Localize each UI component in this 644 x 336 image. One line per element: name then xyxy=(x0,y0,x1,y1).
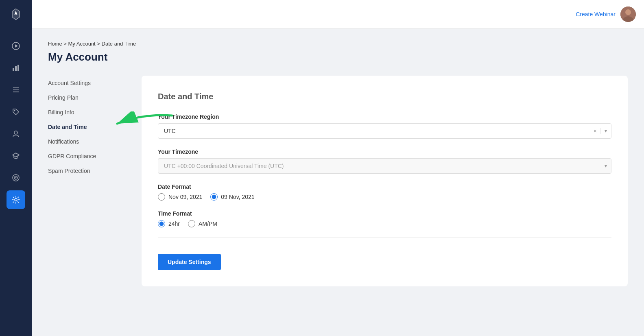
create-webinar-link[interactable]: Create Webinar xyxy=(576,11,616,17)
svg-point-1 xyxy=(625,9,631,15)
sidebar-item-list[interactable] xyxy=(7,81,25,99)
timezone-arrow-icon[interactable]: ▾ xyxy=(600,163,611,169)
time-format-option-2[interactable]: AM/PM xyxy=(188,220,217,227)
left-nav-item-notifications[interactable]: Notifications xyxy=(48,134,129,149)
breadcrumb-home[interactable]: Home xyxy=(48,41,62,47)
header-left xyxy=(0,0,32,28)
timezone-label: Your Timezone xyxy=(158,148,611,155)
date-format-option-1[interactable]: Nov 09, 2021 xyxy=(158,193,202,201)
header-right: Create Webinar xyxy=(576,7,636,22)
svg-point-11 xyxy=(14,110,15,111)
left-nav-item-billing-info[interactable]: Billing Info xyxy=(48,105,129,120)
time-format-radio-2[interactable] xyxy=(188,220,195,227)
svg-marker-4 xyxy=(15,44,18,48)
section-title: Date and Time xyxy=(158,92,611,101)
timezone-group: Your Timezone UTC +00:00 Coordinated Uni… xyxy=(158,148,611,174)
breadcrumb-sep1: > xyxy=(63,41,68,47)
timezone-region-value: UTC xyxy=(158,124,590,138)
date-format-label-1: Nov 09, 2021 xyxy=(168,194,202,200)
logo-icon xyxy=(9,7,23,22)
date-format-label-2: 09 Nov, 2021 xyxy=(221,194,254,200)
time-format-group: Time Format 24hr AM/PM xyxy=(158,210,611,227)
timezone-region-select[interactable]: UTC × ▾ xyxy=(158,123,611,139)
left-nav-item-spam[interactable]: Spam Protection xyxy=(48,164,129,178)
page-title: My Account xyxy=(48,51,628,63)
svg-rect-6 xyxy=(15,66,17,71)
svg-point-16 xyxy=(15,177,17,179)
timezone-region-group: Your Timezone Region UTC × ▾ xyxy=(158,113,611,139)
sidebar-item-user[interactable] xyxy=(7,124,25,143)
page-content: Home > My Account > Date and Time My Acc… xyxy=(32,28,644,336)
left-nav-item-gdpr[interactable]: GDPR Compliance xyxy=(48,149,129,164)
timezone-region-label: Your Timezone Region xyxy=(158,113,611,120)
sidebar xyxy=(0,28,32,336)
sidebar-item-play[interactable] xyxy=(7,37,25,55)
content-wrapper: Account Settings Pricing Plan Billing In… xyxy=(48,76,628,286)
form-area: Date and Time Your Timezone Region UTC ×… xyxy=(142,76,628,286)
logo-area xyxy=(0,0,32,28)
time-format-label: Time Format xyxy=(158,210,611,217)
time-format-option-1[interactable]: 24hr xyxy=(158,220,180,227)
date-format-option-2[interactable]: 09 Nov, 2021 xyxy=(210,193,254,201)
left-nav-item-pricing-plan[interactable]: Pricing Plan xyxy=(48,90,129,105)
timezone-region-clear-icon[interactable]: × xyxy=(590,128,600,134)
breadcrumb-sep2: > xyxy=(97,41,101,47)
left-nav-item-account-settings[interactable]: Account Settings xyxy=(48,76,129,90)
sidebar-item-chart[interactable] xyxy=(7,59,25,77)
svg-point-12 xyxy=(14,131,17,134)
timezone-region-arrow-icon[interactable]: ▾ xyxy=(600,128,611,134)
left-nav-item-date-and-time[interactable]: Date and Time xyxy=(48,120,129,134)
user-avatar[interactable] xyxy=(620,7,636,22)
time-format-radio-1[interactable] xyxy=(158,220,165,227)
update-settings-button[interactable]: Update Settings xyxy=(158,254,221,270)
date-format-radio-2[interactable] xyxy=(210,193,218,201)
svg-rect-7 xyxy=(17,65,19,71)
sidebar-item-tag[interactable] xyxy=(7,103,25,121)
left-nav: Account Settings Pricing Plan Billing In… xyxy=(48,76,129,286)
top-header: Create Webinar xyxy=(0,0,644,28)
breadcrumb-current: Date and Time xyxy=(102,41,136,47)
date-format-radio-group: Nov 09, 2021 09 Nov, 2021 xyxy=(158,193,611,201)
breadcrumb: Home > My Account > Date and Time xyxy=(48,41,628,47)
sidebar-item-settings[interactable] xyxy=(7,190,25,209)
time-format-radio-group: 24hr AM/PM xyxy=(158,220,611,227)
date-format-group: Date Format Nov 09, 2021 09 Nov, 2021 xyxy=(158,183,611,201)
sidebar-item-target[interactable] xyxy=(7,168,25,187)
timezone-value: UTC +00:00 Coordinated Universal Time (U… xyxy=(158,159,600,173)
sidebar-item-graduation[interactable] xyxy=(7,146,25,165)
date-format-radio-1[interactable] xyxy=(158,193,165,201)
time-format-label-2: AM/PM xyxy=(199,220,217,227)
date-format-label: Date Format xyxy=(158,183,611,190)
svg-rect-5 xyxy=(13,68,14,71)
time-format-label-1: 24hr xyxy=(168,220,180,227)
breadcrumb-my-account[interactable]: My Account xyxy=(68,41,96,47)
timezone-select[interactable]: UTC +00:00 Coordinated Universal Time (U… xyxy=(158,158,611,174)
main-layout: Home > My Account > Date and Time My Acc… xyxy=(0,28,644,336)
divider xyxy=(158,237,611,238)
svg-point-17 xyxy=(15,199,17,201)
